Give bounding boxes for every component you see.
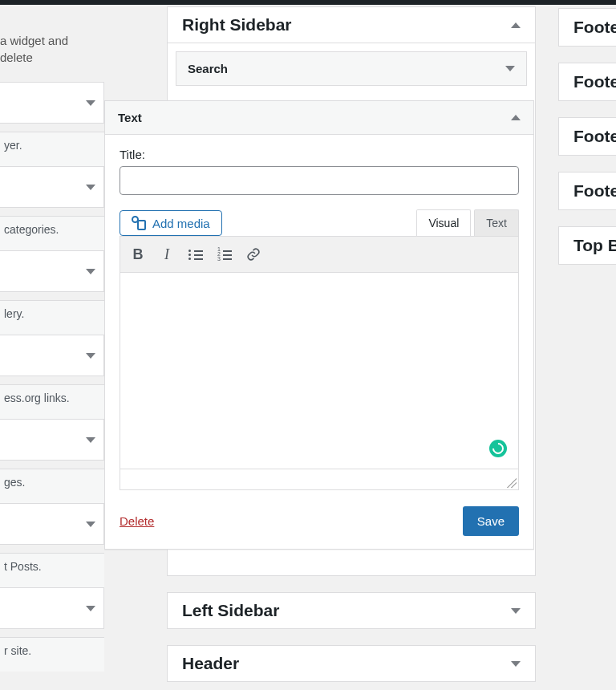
region-title: Header	[182, 654, 239, 673]
available-widget[interactable]	[0, 250, 104, 292]
extra-areas-column: Foote Foote Foote Foote Top B	[558, 0, 616, 281]
numbered-list-button[interactable]	[212, 242, 237, 267]
editor: B I	[120, 236, 519, 490]
area-footer-1[interactable]: Foote	[558, 8, 616, 47]
chevron-down-icon	[86, 522, 95, 527]
editor-toolbar: B I	[120, 237, 518, 273]
bullet-list-button[interactable]	[183, 242, 209, 267]
title-label: Title:	[120, 148, 519, 161]
bold-button[interactable]: B	[125, 242, 151, 267]
add-media-button[interactable]: Add media	[120, 210, 222, 236]
area-label: Top B	[573, 236, 616, 255]
title-input[interactable]	[120, 166, 519, 195]
available-widget-desc: t Posts.	[0, 553, 104, 587]
chevron-down-icon	[86, 606, 95, 611]
available-widget-desc: yer.	[0, 132, 104, 166]
bullet-list-icon	[188, 249, 203, 260]
region-left-sidebar: Left Sidebar	[167, 592, 536, 629]
search-widget[interactable]: Search	[176, 51, 527, 86]
widget-title: Search	[188, 62, 228, 75]
bold-icon: B	[133, 246, 144, 263]
region-toggle[interactable]: Left Sidebar	[168, 593, 535, 628]
area-footer-2[interactable]: Foote	[558, 63, 616, 101]
available-widget[interactable]	[0, 419, 104, 461]
region-toggle[interactable]: Right Sidebar	[168, 7, 535, 43]
available-widget-desc: ges.	[0, 469, 104, 503]
area-label: Foote	[573, 181, 616, 201]
grammarly-icon[interactable]	[489, 440, 507, 457]
available-widget-desc: categories.	[0, 216, 104, 250]
area-label: Foote	[573, 127, 616, 146]
text-widget-panel: Text Title: Add media Visual Text B I	[104, 100, 534, 550]
available-widgets-hint: a widget and delete	[0, 0, 104, 66]
italic-icon: I	[164, 246, 169, 263]
save-button[interactable]: Save	[463, 506, 519, 536]
area-top-bar[interactable]: Top B	[558, 226, 616, 265]
available-widget[interactable]	[0, 166, 104, 208]
widget-title: Text	[118, 111, 142, 124]
chevron-down-icon	[511, 661, 521, 667]
link-button[interactable]	[241, 242, 266, 267]
available-widget[interactable]	[0, 82, 104, 124]
link-icon	[246, 247, 261, 262]
tab-visual[interactable]: Visual	[416, 209, 471, 236]
resize-handle[interactable]	[507, 478, 517, 488]
chevron-down-icon	[86, 185, 95, 190]
add-media-label: Add media	[152, 217, 210, 230]
editor-tabs: Visual Text	[416, 209, 519, 236]
region-toggle[interactable]: Header	[168, 646, 535, 681]
chevron-down-icon	[86, 100, 95, 106]
chevron-down-icon	[511, 608, 521, 614]
region-header: Header	[167, 645, 536, 682]
delete-link[interactable]: Delete	[120, 514, 154, 528]
area-label: Foote	[573, 18, 616, 37]
available-widget-desc: ess.org links.	[0, 384, 104, 419]
chevron-down-icon	[86, 437, 95, 443]
available-widget[interactable]	[0, 503, 104, 545]
available-widget-desc: lery.	[0, 300, 104, 335]
tab-text[interactable]: Text	[474, 209, 519, 236]
area-footer-4[interactable]: Foote	[558, 172, 616, 210]
available-widget-desc: r site.	[0, 637, 104, 672]
available-widget[interactable]	[0, 335, 104, 376]
available-widget[interactable]	[0, 587, 104, 629]
chevron-up-icon	[511, 115, 521, 120]
text-widget-header[interactable]: Text	[105, 101, 533, 135]
italic-button[interactable]: I	[154, 242, 180, 267]
region-title: Right Sidebar	[182, 15, 292, 34]
region-title: Left Sidebar	[182, 601, 279, 620]
chevron-down-icon	[505, 66, 515, 71]
chevron-down-icon	[86, 353, 95, 359]
available-widgets-column: a widget and delete yer. categories. ler…	[0, 0, 104, 672]
area-footer-3[interactable]: Foote	[558, 117, 616, 156]
chevron-down-icon	[86, 269, 95, 274]
numbered-list-icon	[217, 249, 232, 260]
editor-content[interactable]	[120, 273, 518, 469]
media-icon	[132, 216, 146, 230]
editor-statusbar	[120, 469, 518, 489]
chevron-up-icon	[511, 22, 521, 28]
area-label: Foote	[573, 72, 616, 91]
